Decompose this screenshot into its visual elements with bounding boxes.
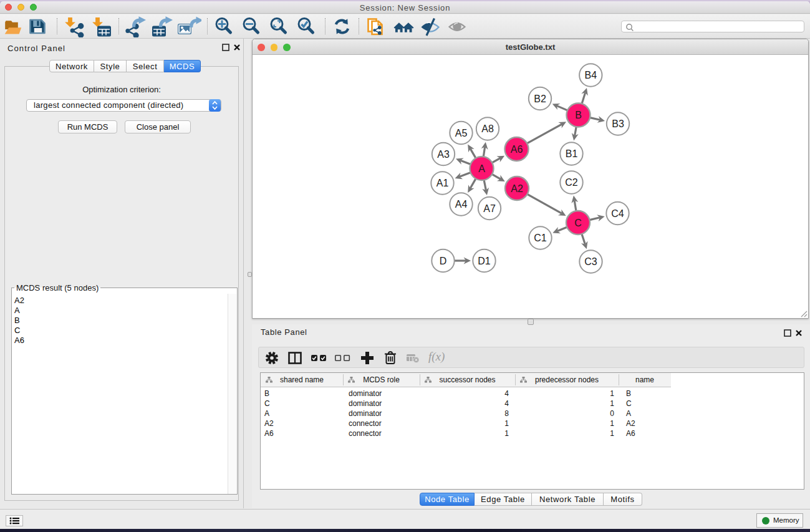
svg-text:A5: A5 — [455, 128, 468, 138]
svg-text:A7: A7 — [483, 203, 496, 214]
svg-text:B: B — [575, 110, 582, 120]
svg-text:A4: A4 — [455, 199, 468, 210]
svg-text:A2: A2 — [511, 183, 523, 194]
svg-text:A6: A6 — [511, 144, 523, 155]
svg-text:B3: B3 — [612, 118, 624, 129]
svg-text:C: C — [574, 218, 582, 228]
svg-text:C3: C3 — [584, 256, 597, 267]
svg-text:A8: A8 — [481, 123, 494, 134]
svg-text:C4: C4 — [611, 208, 624, 219]
svg-text:C2: C2 — [565, 177, 578, 188]
svg-text:A: A — [478, 163, 485, 174]
svg-text:D1: D1 — [478, 256, 491, 266]
svg-text:D: D — [440, 256, 447, 266]
svg-text:A3: A3 — [437, 149, 450, 160]
svg-text:C1: C1 — [534, 233, 547, 243]
svg-text:A1: A1 — [436, 178, 449, 188]
svg-text:B4: B4 — [585, 70, 597, 80]
svg-text:B1: B1 — [566, 148, 578, 159]
svg-text:B2: B2 — [534, 94, 546, 104]
